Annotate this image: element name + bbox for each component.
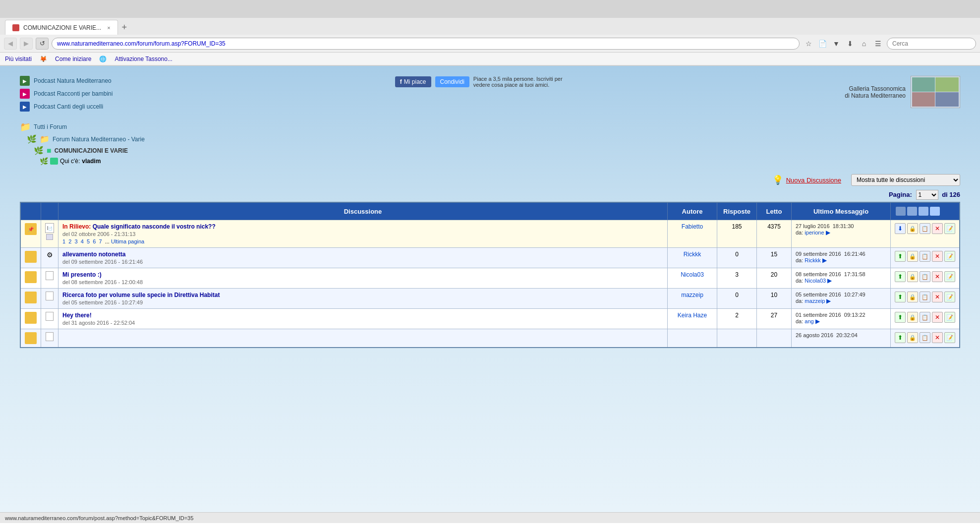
up-icon-5[interactable]: ⬆	[895, 332, 906, 343]
delete-icon-4[interactable]: ✕	[932, 312, 943, 323]
podcast-item-1[interactable]: ▶ Podcast Natura Mediterraneo	[20, 76, 113, 86]
edit-icon-4[interactable]: 📝	[944, 312, 955, 323]
lock-icon-5[interactable]: 🔒	[907, 332, 918, 343]
topic-link-1[interactable]: allevamento notonetta	[62, 251, 125, 258]
back-button[interactable]: ◀	[4, 38, 17, 50]
reload-button[interactable]: ↺	[36, 38, 49, 50]
row-status-cell-1	[20, 248, 41, 268]
topic-pages-0: 1 2 3 4 5 6 7 ... Ultima pagina	[62, 238, 663, 244]
browser-titlebar	[0, 0, 980, 18]
edit-icon-5[interactable]: 📝	[944, 332, 955, 343]
podcast-item-3[interactable]: ▶ Podcast Canti degli uccelli	[20, 102, 113, 112]
condividi-button[interactable]: Condividi	[435, 76, 469, 87]
lock-icon-1[interactable]: 🔒	[907, 251, 918, 262]
copy-icon-4[interactable]: 📋	[920, 312, 930, 323]
folder-icon-row1	[25, 251, 37, 263]
podcast-icon-1: ▶	[20, 76, 30, 86]
last-author-3[interactable]: mazzeip	[805, 298, 825, 304]
tab-close-button[interactable]: ×	[107, 25, 110, 31]
lock-icon-4[interactable]: 🔒	[907, 312, 918, 323]
copy-icon-5[interactable]: 📋	[920, 332, 930, 343]
podcast-label-1: Podcast Natura Mediterraneo	[34, 77, 112, 84]
home-icon[interactable]: ⌂	[858, 38, 870, 50]
up-icon-2[interactable]: ⬆	[895, 271, 906, 282]
doc-icon-4	[46, 312, 54, 321]
delete-icon-1[interactable]: ✕	[932, 251, 943, 262]
author-link-0[interactable]: Fabietto	[682, 223, 703, 230]
delete-icon-0[interactable]: ✕	[932, 223, 943, 234]
edit-icon-0[interactable]: 📝	[944, 223, 955, 234]
search-input[interactable]	[887, 38, 976, 50]
doc-icon-2	[46, 271, 54, 280]
row-lastmsg-cell-1: 09 settembre 2016 16:21:46 da: Rickkk ▶	[792, 248, 891, 268]
pocket-icon[interactable]: ▼	[830, 38, 842, 50]
up-icon-4[interactable]: ⬆	[895, 312, 906, 323]
edit-icon-1[interactable]: 📝	[944, 251, 955, 262]
last-author-0[interactable]: iperione	[805, 230, 824, 236]
up-icon-1[interactable]: ⬆	[895, 251, 906, 262]
topic-link-4[interactable]: Hey there!	[62, 312, 92, 319]
topic-link-0[interactable]: In Rilievo: Quale significato nasconde i…	[62, 223, 216, 230]
last-author-4[interactable]: ang	[805, 318, 813, 324]
edit-icon-2[interactable]: 📝	[944, 271, 955, 282]
lock-icon-0[interactable]: 🔒	[907, 223, 918, 234]
lock-icon-2[interactable]: 🔒	[907, 271, 918, 282]
sub-doc-icon	[46, 234, 53, 240]
author-link-1[interactable]: Rickkk	[684, 251, 701, 258]
row-author-cell-5	[668, 329, 717, 348]
topic-link-5[interactable]	[62, 332, 64, 339]
menu-icon[interactable]: ☰	[872, 38, 884, 50]
topic-date-3: del 05 settembre 2016 - 10:27:49	[62, 299, 663, 305]
copy-icon-0[interactable]: 📋	[920, 223, 930, 234]
delete-icon-3[interactable]: ✕	[932, 292, 943, 302]
row-risposte-cell-1: 0	[717, 248, 757, 268]
mi-piace-button[interactable]: f Mi piace	[395, 76, 431, 87]
bookmark-item[interactable]: Più visitati	[5, 56, 32, 62]
save-page-icon[interactable]: 📄	[816, 38, 828, 50]
bookmark-item[interactable]: Come iniziare	[55, 56, 91, 62]
address-bar[interactable]	[52, 38, 800, 50]
action-icons-3: ⬆ 🔒 📋 ✕ 📝	[895, 292, 955, 302]
breadcrumb-forum-varie[interactable]: Forum Natura Mediterraneo - Varie	[53, 136, 145, 143]
row-letto-cell-3: 10	[757, 289, 792, 309]
topic-link-2[interactable]: Mi presento :)	[62, 271, 102, 278]
podcast-item-2[interactable]: ▶ Podcast Racconti per bambini	[20, 89, 113, 99]
podcast-icon-3: ▶	[20, 102, 30, 112]
download-icon[interactable]: ⬇	[844, 38, 856, 50]
bookmark-item[interactable]: Attivazione Tassono...	[115, 56, 173, 62]
active-tab[interactable]: COMUNICAZIONI E VARIE... ×	[5, 20, 118, 35]
folder-icon-row3	[25, 292, 37, 303]
row-lastmsg-cell-0: 27 luglio 2016 18:31:30 da: iperione ▶	[792, 220, 891, 248]
edit-icon-3[interactable]: 📝	[944, 292, 955, 302]
topic-link-3[interactable]: Ricerca foto per volume sulle specie in …	[62, 292, 220, 298]
bookmark-star-icon[interactable]: ☆	[803, 38, 814, 50]
up-icon-3[interactable]: ⬆	[895, 292, 906, 302]
last-author-2[interactable]: Nicola03	[805, 278, 826, 284]
breadcrumb-all-forums[interactable]: Tutti i Forum	[34, 123, 67, 130]
lock-icon-3[interactable]: 🔒	[907, 292, 918, 302]
gallery-section[interactable]: Galleria Tassonomica di Natura Mediterra…	[845, 76, 960, 108]
new-tab-button[interactable]: +	[118, 20, 131, 35]
delete-icon-2[interactable]: ✕	[932, 271, 943, 282]
last-author-1[interactable]: Rickkk	[805, 257, 820, 263]
new-discussion-link[interactable]: 💡 Nuova Discussione	[772, 175, 841, 185]
col-type	[41, 202, 58, 220]
download-icon-0[interactable]: ⬇	[895, 223, 906, 234]
delete-icon-5[interactable]: ✕	[932, 332, 943, 343]
author-link-4[interactable]: Keira Haze	[678, 312, 707, 319]
action-icons-1: ⬆ 🔒 📋 ✕ 📝	[895, 251, 955, 262]
row-actions-cell-3: ⬆ 🔒 📋 ✕ 📝	[891, 289, 960, 309]
copy-icon-3[interactable]: 📋	[920, 292, 930, 302]
copy-icon-2[interactable]: 📋	[920, 271, 930, 282]
author-link-3[interactable]: mazzeip	[681, 292, 703, 298]
row-author-cell-3: mazzeip	[668, 289, 717, 309]
forward-button[interactable]: ▶	[20, 38, 33, 50]
copy-icon-1[interactable]: 📋	[920, 251, 930, 262]
show-discussions-select[interactable]: Mostra tutte le discussioni Solo discuss…	[851, 174, 960, 186]
gallery-thumbnail[interactable]	[911, 76, 960, 108]
breadcrumb-row-3: 🌿 ■ COMUNICAZIONI E VARIE	[34, 146, 960, 155]
last-msg-1: 09 settembre 2016 16:21:46 da: Rickkk ▶	[796, 251, 886, 264]
fb-icon: f	[400, 78, 402, 85]
page-select[interactable]: 1	[916, 190, 938, 200]
author-link-2[interactable]: Nicola03	[681, 271, 704, 278]
